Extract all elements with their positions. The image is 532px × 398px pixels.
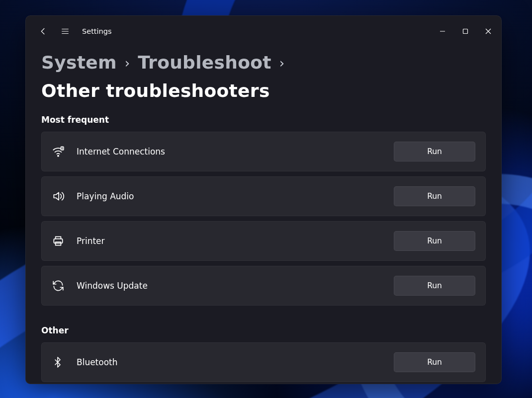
troubleshooter-row: Windows Update Run: [41, 266, 486, 306]
section-title-other: Other: [41, 325, 486, 335]
settings-window: Settings System › Troubleshoot › Other t…: [25, 15, 502, 384]
run-button[interactable]: Run: [394, 352, 475, 372]
page-title: Other troubleshooters: [41, 80, 270, 101]
printer-icon: [52, 235, 77, 247]
section-most-frequent: Most frequent Internet Connections Run P…: [41, 115, 486, 306]
breadcrumb-troubleshoot[interactable]: Troubleshoot: [138, 52, 271, 73]
caption-buttons: [431, 21, 500, 41]
section-other: Other Bluetooth Run Camera Run: [41, 325, 486, 384]
breadcrumb: System › Troubleshoot › Other troublesho…: [41, 52, 486, 101]
troubleshooter-label: Windows Update: [77, 281, 394, 291]
app-title: Settings: [82, 27, 111, 35]
wifi-icon: [52, 145, 77, 158]
svg-rect-4: [56, 242, 61, 245]
troubleshooter-label: Playing Audio: [77, 191, 394, 201]
run-button[interactable]: Run: [394, 142, 475, 161]
content-area: System › Troubleshoot › Other troublesho…: [25, 47, 502, 384]
troubleshooter-row: Playing Audio Run: [41, 176, 486, 216]
troubleshooter-label: Bluetooth: [77, 357, 394, 367]
chevron-right-icon: ›: [279, 56, 284, 71]
titlebar: Settings: [25, 15, 502, 47]
minimize-button[interactable]: [431, 21, 454, 41]
bluetooth-icon: [52, 356, 77, 368]
run-button[interactable]: Run: [394, 231, 475, 251]
run-button[interactable]: Run: [394, 186, 475, 206]
chevron-right-icon: ›: [125, 56, 130, 71]
troubleshooter-row: Bluetooth Run: [41, 342, 486, 382]
troubleshooter-row: Printer Run: [41, 221, 486, 261]
speaker-icon: [52, 190, 77, 203]
troubleshooter-label: Internet Connections: [77, 147, 394, 157]
svg-point-1: [58, 156, 59, 157]
breadcrumb-system[interactable]: System: [41, 52, 117, 73]
sync-icon: [52, 279, 77, 292]
nav-menu-button[interactable]: [54, 20, 76, 42]
maximize-button[interactable]: [454, 21, 477, 41]
troubleshooter-row: Internet Connections Run: [41, 132, 486, 171]
back-button[interactable]: [32, 20, 54, 42]
run-button[interactable]: Run: [394, 276, 475, 296]
troubleshooter-label: Printer: [77, 236, 394, 246]
section-title-most-frequent: Most frequent: [41, 115, 486, 125]
svg-rect-0: [463, 29, 468, 34]
close-button[interactable]: [477, 21, 500, 41]
